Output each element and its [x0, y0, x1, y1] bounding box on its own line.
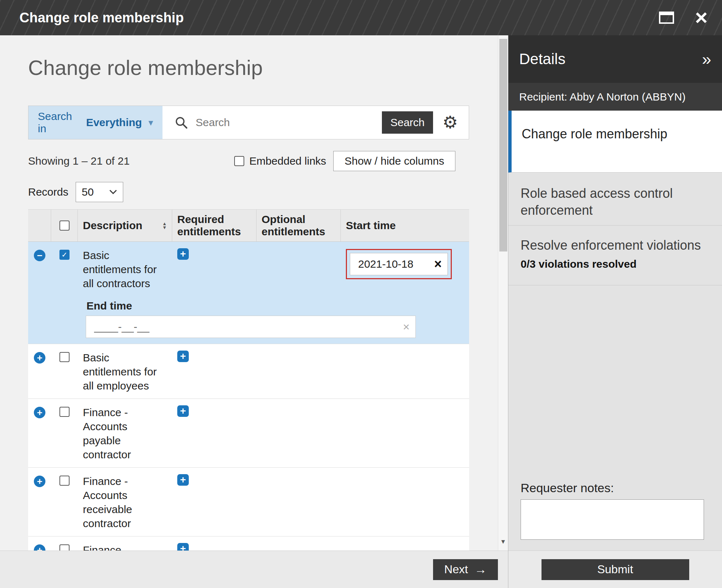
collapse-row-icon[interactable]: − [34, 250, 45, 261]
search-scope-value: Everything [86, 116, 142, 129]
row-checkbox-checked[interactable]: ✓ [59, 250, 70, 260]
main-footer: Next → [0, 551, 508, 588]
row-checkbox-cell [51, 468, 78, 536]
details-header: Details » [508, 35, 722, 83]
collapse-panel-icon[interactable]: » [702, 49, 711, 69]
chevron-down-icon: ▾ [148, 117, 153, 128]
row-start-time-cell: × [341, 242, 469, 296]
row-start-time-cell [341, 468, 469, 536]
row-start-time-cell [341, 344, 469, 398]
window-controls: × [659, 7, 708, 28]
row-expand-cell: + [28, 536, 51, 551]
sort-desc-icon: ▼ [162, 226, 167, 230]
sort-icons[interactable]: ▲ ▼ [162, 222, 167, 230]
row-expand-cell: − [28, 242, 51, 296]
start-time-field: × [350, 253, 448, 275]
maximize-icon[interactable] [659, 12, 674, 24]
results-summary: Showing 1 – 21 of 21 [28, 155, 130, 167]
requester-notes-section: Requester notes: [508, 481, 722, 551]
select-all-checkbox[interactable] [59, 220, 70, 231]
row-start-time-cell [341, 536, 469, 551]
sidebar-footer: Submit [508, 551, 722, 588]
close-icon[interactable]: × [695, 7, 708, 28]
step-resolve-violations[interactable]: Resolve enforcement violations 0/3 viola… [508, 226, 722, 285]
requester-notes-input[interactable] [521, 499, 704, 540]
row-required-cell: + [172, 344, 257, 398]
main-content-row: Change role membership Search in Everyth… [0, 35, 508, 551]
records-per-page-select[interactable]: 50 [76, 182, 123, 202]
gear-icon[interactable]: ⚙ [442, 114, 458, 131]
roles-table: Description ▲ ▼ Required entitlements Op… [28, 209, 469, 551]
add-required-entitlement-icon[interactable]: + [177, 543, 189, 551]
row-checkbox[interactable] [59, 476, 70, 486]
row-optional-cell [257, 468, 341, 536]
row-required-cell: + [172, 468, 257, 536]
row-required-cell: + [172, 399, 257, 467]
header-expand-column [28, 210, 51, 241]
header-required-entitlements: Required entitlements [172, 210, 257, 241]
next-button[interactable]: Next → [433, 559, 498, 580]
row-required-cell: + [172, 242, 257, 296]
row-expand-cell: + [28, 399, 51, 467]
search-icon [175, 116, 188, 129]
row-checkbox[interactable] [59, 352, 70, 362]
row-description: Finance [78, 536, 172, 551]
search-button[interactable]: Search [382, 111, 433, 134]
row-required-cell: + [172, 536, 257, 551]
embedded-links-label: Embedded links [249, 155, 326, 167]
row-description: Finance - Accounts payable contractor [78, 399, 172, 467]
add-required-entitlement-icon[interactable]: + [177, 405, 189, 417]
search-scope-dropdown[interactable]: Search in Everything ▾ [28, 106, 162, 139]
recipient-bar: Recipient: Abby A Norton (ABBYN) [508, 83, 722, 111]
row-checkbox[interactable] [59, 544, 70, 551]
expand-row-icon[interactable]: + [34, 352, 45, 364]
app-body: Change role membership Search in Everyth… [0, 35, 722, 588]
window-titlebar: Change role membership × [0, 0, 722, 35]
table-header-row: Description ▲ ▼ Required entitlements Op… [28, 209, 469, 242]
violations-status: 0/3 violations resolved [521, 258, 708, 270]
start-time-highlight-box: × [346, 249, 452, 279]
embedded-links-checkbox[interactable] [234, 156, 244, 166]
step-change-role-membership[interactable]: Change role membership [508, 111, 722, 173]
row-optional-cell [257, 242, 341, 296]
row-checkbox-cell: ✓ [51, 242, 78, 296]
step-rbac-enforcement[interactable]: Role based access control enforcement [508, 173, 722, 226]
scrollbar-down-arrow-icon[interactable]: ▼ [498, 538, 508, 545]
add-required-entitlement-icon[interactable]: + [177, 248, 189, 260]
embedded-links-control: Embedded links [234, 155, 326, 167]
expand-row-icon[interactable]: + [34, 544, 45, 551]
row-optional-cell [257, 399, 341, 467]
row-description: Finance - Accounts receivable contractor [78, 468, 172, 536]
end-time-subrow: End time × [28, 296, 469, 344]
row-checkbox[interactable] [59, 407, 70, 417]
table-row: + Finance - Accounts payable contractor … [28, 399, 469, 468]
search-input[interactable] [196, 116, 382, 129]
expand-row-icon[interactable]: + [34, 407, 45, 418]
end-time-input[interactable] [86, 321, 397, 333]
header-checkbox-cell [51, 210, 78, 241]
records-row: Records 50 [28, 182, 470, 202]
search-scope-prefix: Search in [38, 110, 83, 135]
add-required-entitlement-icon[interactable]: + [177, 351, 189, 362]
start-time-input[interactable] [350, 258, 428, 270]
row-start-time-cell [341, 399, 469, 467]
main-column: Change role membership Search in Everyth… [0, 35, 508, 588]
row-expand-cell: + [28, 468, 51, 536]
sidebar-spacer [508, 285, 722, 481]
expand-row-icon[interactable]: + [34, 476, 45, 487]
add-required-entitlement-icon[interactable]: + [177, 474, 189, 486]
end-time-label: End time [86, 300, 469, 312]
row-checkbox-cell [51, 399, 78, 467]
header-description[interactable]: Description ▲ ▼ [78, 210, 172, 241]
row-expand-cell: + [28, 344, 51, 398]
header-optional-entitlements: Optional entitlements [257, 210, 341, 241]
row-checkbox-cell [51, 536, 78, 551]
submit-button[interactable]: Submit [542, 559, 689, 580]
clear-end-time-icon[interactable]: × [397, 321, 415, 333]
page-title: Change role membership [28, 55, 470, 80]
main-scrollbar[interactable]: ▼ [498, 35, 508, 551]
show-hide-columns-button[interactable]: Show / hide columns [333, 151, 455, 171]
details-sidebar: Details » Recipient: Abby A Norton (ABBY… [508, 35, 722, 588]
scrollbar-thumb[interactable] [499, 39, 507, 251]
clear-start-time-icon[interactable]: × [428, 258, 447, 271]
